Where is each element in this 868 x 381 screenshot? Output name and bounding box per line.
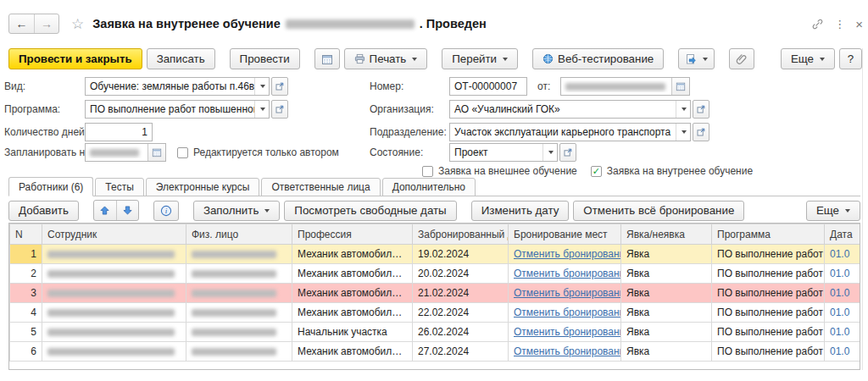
close-icon[interactable]: × [855,17,863,31]
dropdown-button[interactable] [676,124,690,141]
cancel-booking-link[interactable]: Отменить бронирование [514,345,621,357]
organization-select[interactable]: АО «Учалинский ГОК» [449,100,691,119]
cell-row-number: 1 [10,245,42,264]
redacted-employee-name [47,251,175,258]
move-up-button[interactable] [94,201,116,220]
cancel-booking-link[interactable]: Отменить бронирование [514,268,621,279]
number-input[interactable]: ОТ-00000007 [449,77,527,96]
post-and-close-button[interactable]: Провести и закрыть [8,48,142,69]
back-button[interactable]: ← [9,14,34,33]
dropdown-button[interactable] [254,78,269,95]
cell-profession: Начальник участка [292,323,413,342]
col-header-attendance[interactable]: Явка/неявка [621,224,712,245]
dropdown-button[interactable] [254,101,269,118]
author-only-label: Редактируется только автором [193,146,339,158]
get-link-icon[interactable] [811,18,824,30]
goto-button[interactable]: Перейти [442,48,518,69]
col-header-n[interactable]: N [10,224,42,245]
cell-attendance: Явка [621,284,712,303]
more-button[interactable]: Еще [781,48,835,69]
open-button[interactable] [693,100,709,119]
chevron-down-icon [412,58,417,61]
info-button[interactable]: i [153,201,179,221]
planned-date-input[interactable] [85,143,166,162]
tab-employees[interactable]: Работники (6) [8,177,93,196]
dropdown-button[interactable] [676,101,690,118]
table-row[interactable]: 4 Механик автомобил… 22.02.2024 Отменить… [10,303,860,323]
calendar-button[interactable] [314,48,340,69]
col-header-employee[interactable]: Сотрудник [42,224,186,245]
calendar-icon [321,53,333,65]
department-select[interactable]: Участок эксплуатации карьерного транспор… [449,123,691,141]
program-select[interactable]: ПО выполнение работ повышенной опасности… [85,100,270,119]
table-row[interactable]: 6 Механик автомобил… 27.02.2024 Отменить… [10,342,860,362]
open-button[interactable] [271,100,288,119]
program-label: Программа: [4,103,85,115]
department-value: Участок эксплуатации карьерного транспор… [450,126,676,138]
cancel-booking-link[interactable]: Отменить бронирование [514,326,621,338]
chevron-down-icon [503,58,508,61]
open-button[interactable] [693,123,709,141]
col-header-person[interactable]: Физ. лицо [186,224,292,245]
field-row-number: Номер: ОТ-00000007 от: [370,77,690,96]
table-row[interactable]: 5 Начальник участка 26.02.2024 Отменить … [10,323,860,342]
favorite-star-icon[interactable]: ☆ [71,15,84,33]
col-header-booked-day[interactable]: Забронированный день [413,224,509,245]
cell-row-number: 4 [10,303,42,323]
date-picker-button[interactable] [671,78,689,95]
attachments-button[interactable] [729,48,754,69]
number-value: ОТ-00000007 [450,80,526,92]
tab-responsible[interactable]: Ответственные лица [261,178,380,196]
col-header-program[interactable]: Программа [712,224,825,245]
internal-training-checkbox[interactable]: ✓ [591,166,602,177]
save-button[interactable]: Записать [147,48,215,69]
cell-booking: Отменить бронирование [509,264,621,284]
field-row-kind: Вид: Обучение: земляные работы п.46в П.2… [4,77,288,96]
add-row-button[interactable]: Добавить [8,201,79,221]
author-only-checkbox[interactable] [177,147,188,158]
print-button[interactable]: Печать [344,48,428,69]
web-publish-button[interactable] [678,48,715,69]
table-row[interactable]: 2 Механик автомобил… 20.02.2024 Отменить… [10,264,860,284]
tab-additional[interactable]: Дополнительно [382,178,476,196]
help-button[interactable]: ? [839,48,862,69]
external-training-checkbox[interactable] [422,166,433,177]
organization-label: Организация: [370,103,449,115]
dropdown-button[interactable] [542,144,557,161]
days-input[interactable]: 1 [85,123,153,141]
web-testing-button[interactable]: Веб-тестирование [532,48,664,69]
web-testing-label: Веб-тестирование [558,52,654,65]
post-button[interactable]: Провести [230,48,300,69]
table-row[interactable]: 1 Механик автомобил… 19.02.2024 Отменить… [10,245,860,264]
fill-button[interactable]: Заполнить [193,201,280,221]
doc-date-input[interactable] [560,77,690,96]
cell-employee [42,303,186,323]
date-picker-button[interactable] [147,144,165,161]
forward-button[interactable]: → [34,14,58,33]
view-free-dates-button[interactable]: Посмотреть свободные даты [284,201,456,221]
tab-elearning[interactable]: Электронные курсы [146,178,260,196]
internal-training-label: Заявка на внутренее обучение [607,165,753,177]
change-date-button[interactable]: Изменить дату [471,201,570,221]
cancel-all-booking-button[interactable]: Отменить всё бронирование [573,201,744,221]
kind-select[interactable]: Обучение: земляные работы п.46в П.2464. [85,77,270,96]
cancel-booking-link[interactable]: Отменить бронирование [514,287,621,299]
table-row[interactable]: 3 Механик автомобил… 21.02.2024 Отменить… [10,284,860,303]
tab-tests[interactable]: Тесты [95,178,143,196]
cancel-booking-link[interactable]: Отменить бронирование [514,306,621,318]
col-header-booking[interactable]: Бронирование мест [509,224,621,245]
open-button[interactable] [271,77,288,96]
col-header-date[interactable]: Дата [825,224,860,245]
cell-date: 01.0 [825,342,860,362]
cancel-booking-link[interactable]: Отменить бронирование [514,248,621,260]
tab-divider [8,196,860,196]
col-header-profession[interactable]: Профессия [292,224,413,245]
more-menu-icon[interactable]: ⋮ [834,18,845,30]
move-down-button[interactable] [116,201,138,220]
list-more-button[interactable]: Еще [806,201,860,221]
state-select[interactable]: Проект [449,143,558,162]
redacted-employee-name [47,270,175,278]
open-button[interactable] [559,143,576,162]
open-item-icon [697,128,705,136]
days-label: Количество дней: [4,126,85,138]
